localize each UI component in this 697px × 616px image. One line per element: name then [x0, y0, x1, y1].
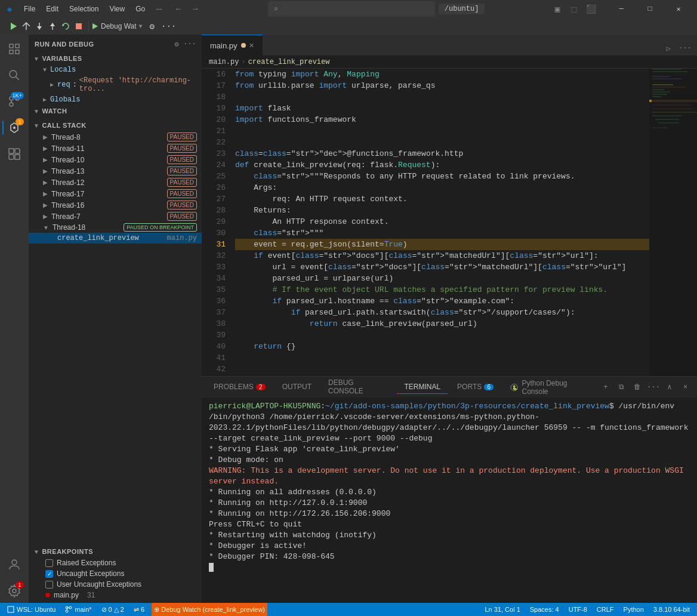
thread-item-thread8[interactable]: ▶Thread-8PAUSED — [29, 131, 202, 143]
output-tab[interactable]: OUTPUT — [275, 380, 319, 394]
status-errors[interactable]: ⊘ 0 △ 2 — [99, 603, 127, 616]
status-branch[interactable]: main* — [63, 603, 94, 616]
thread-item-thread17[interactable]: ▶Thread-17PAUSED — [29, 188, 202, 199]
thread-item-thread7[interactable]: ▶Thread-7PAUSED — [29, 211, 202, 222]
ports-label: PORTS — [457, 383, 482, 391]
step-out-icon[interactable] — [48, 21, 57, 31]
search-icon: ⌕ — [274, 5, 278, 14]
status-ln-col[interactable]: Ln 31, Col 1 — [482, 603, 522, 616]
activity-bar: 1K+ 1 1 — [0, 35, 29, 603]
code-area[interactable]: from typing import Any, Mappingfrom urll… — [230, 69, 649, 376]
status-language[interactable]: Python — [621, 603, 646, 616]
run-settings-button[interactable]: ⚙ — [171, 38, 183, 50]
code-line-34: parsed_url = urlparse(url) — [235, 273, 649, 284]
svg-marker-3 — [37, 26, 42, 30]
breakpoint-checkbox[interactable] — [45, 581, 53, 589]
maximize-button[interactable]: □ — [636, 0, 664, 18]
status-debug[interactable]: ⊕ Debug Watch (create_link_preview) — [152, 603, 267, 616]
debug-more-button[interactable]: ··· — [162, 19, 176, 33]
activity-search[interactable] — [2, 63, 26, 87]
locals-item[interactable]: ▼ Locals — [29, 64, 202, 75]
debug-console-tab[interactable]: DEBUG CONSOLE — [321, 376, 394, 398]
status-wsl[interactable]: WSL: Ubuntu — [5, 603, 58, 616]
thread-name: Thread-18 — [53, 223, 121, 232]
menu-go[interactable]: Go — [131, 4, 150, 14]
code-line-28: Returns: — [235, 205, 649, 216]
thread-badge: PAUSED — [167, 178, 197, 187]
svg-point-24 — [12, 560, 17, 565]
variables-section-header[interactable]: ▼ VARIABLES — [29, 53, 202, 64]
tab-close-button[interactable]: × — [249, 41, 254, 50]
thread-item-thread13[interactable]: ▶Thread-13PAUSED — [29, 165, 202, 177]
terminal-more-button[interactable]: ··· — [647, 380, 661, 395]
close-button[interactable]: ✕ — [665, 0, 692, 18]
activity-debug[interactable]: 1 — [2, 116, 26, 140]
search-input[interactable] — [282, 2, 429, 16]
ports-tab[interactable]: PORTS 6 — [450, 380, 501, 394]
nav-back-button[interactable]: ← — [171, 3, 186, 15]
thread-name: Thread-8 — [51, 133, 165, 141]
globals-item[interactable]: ▶ Globals — [29, 94, 202, 105]
problems-tab[interactable]: PROBLEMS 2 — [206, 380, 273, 394]
terminal-trash-button[interactable]: 🗑 — [631, 380, 644, 395]
terminal-add-button[interactable]: + — [599, 380, 612, 395]
stop-icon[interactable] — [74, 21, 84, 31]
tab-split-button[interactable]: ··· — [678, 41, 692, 56]
activity-settings[interactable]: 1 — [2, 579, 26, 603]
debug-settings-button[interactable]: ⚙ — [145, 19, 159, 33]
menu-view[interactable]: View — [104, 4, 129, 14]
terminal-maximize-button[interactable]: ∧ — [662, 380, 676, 395]
terminal-line-6: * Running on http://127.0.0.1:9000 — [209, 498, 690, 509]
svg-point-13 — [10, 70, 17, 78]
thread-name: Thread-16 — [51, 201, 165, 210]
layout-btn-1[interactable]: ▣ — [550, 3, 565, 15]
step-over-icon[interactable] — [21, 21, 31, 31]
run-more-button[interactable]: ··· — [184, 38, 196, 50]
status-spaces[interactable]: Spaces: 4 — [528, 603, 562, 616]
activity-extensions[interactable] — [2, 142, 26, 166]
watch-section-header[interactable]: ▼ WATCH — [29, 105, 202, 117]
breakpoint-item[interactable]: User Uncaught Exceptions — [29, 579, 202, 590]
activity-explorer[interactable] — [2, 37, 26, 61]
minimize-button[interactable]: — — [607, 0, 635, 18]
req-var-item[interactable]: ▶ req : <Request 'http://charming-tro... — [29, 75, 202, 94]
menu-file[interactable]: File — [19, 4, 40, 14]
status-encoding[interactable]: UTF-8 — [566, 603, 590, 616]
run-file-button[interactable]: ▷ — [661, 41, 676, 56]
thread-item-thread10[interactable]: ▶Thread-10PAUSED — [29, 154, 202, 165]
thread-item-thread18[interactable]: ▼Thread-18PAUSED ON BREAKPOINT — [29, 222, 202, 233]
restart-icon[interactable] — [61, 21, 70, 31]
editor-tab-main-py[interactable]: main.py × — [202, 35, 263, 56]
terminal-layout-button[interactable]: ⧉ — [615, 380, 628, 395]
thread-item-thread12[interactable]: ▶Thread-12PAUSED — [29, 177, 202, 188]
breakpoint-item[interactable]: main.py31 — [29, 590, 202, 600]
breakpoint-checkbox[interactable] — [45, 570, 53, 578]
nav-forward-button[interactable]: → — [188, 3, 202, 15]
status-line-ending[interactable]: CRLF — [594, 603, 616, 616]
menu-more[interactable]: ··· — [151, 4, 166, 14]
minimap[interactable] — [649, 69, 697, 376]
breakpoint-item[interactable]: Uncaught Exceptions — [29, 568, 202, 579]
layout-btn-2[interactable]: ⬚ — [567, 3, 581, 15]
terminal-close-button[interactable]: × — [679, 380, 692, 395]
thread-item-thread11[interactable]: ▶Thread-11PAUSED — [29, 143, 202, 154]
layout-btn-3[interactable]: ⬛ — [584, 3, 598, 15]
call-stack-section-header[interactable]: ▼ CALL STACK — [29, 119, 202, 131]
terminal-tab[interactable]: TERMINAL — [397, 380, 448, 394]
menu-edit[interactable]: Edit — [41, 4, 63, 14]
menu-selection[interactable]: Selection — [64, 4, 103, 14]
activity-account[interactable] — [2, 553, 26, 577]
breakpoints-section-header[interactable]: ▼ BREAKPOINTS — [29, 546, 202, 558]
breakpoint-item[interactable]: Raised Exceptions — [29, 558, 202, 568]
debug-config-chevron[interactable]: ▼ — [139, 23, 143, 30]
status-version[interactable]: 3.8.10 64-bit — [651, 603, 692, 616]
activity-source-control[interactable]: 1K+ — [2, 90, 26, 113]
active-stack-frame[interactable]: create_link_preview main.py — [29, 233, 202, 244]
breakpoint-checkbox[interactable] — [45, 559, 53, 567]
thread-item-thread16[interactable]: ▶Thread-16PAUSED — [29, 199, 202, 211]
status-ports[interactable]: ⇌ 6 — [131, 603, 147, 616]
terminal-body[interactable]: pierrick@LAPTOP-HKU5PNNG:~/git/add-ons-s… — [202, 398, 697, 603]
debug-config-name[interactable]: Debug Wat — [101, 22, 137, 30]
step-into-icon[interactable] — [35, 21, 44, 31]
thread-name: Thread-7 — [51, 212, 165, 221]
